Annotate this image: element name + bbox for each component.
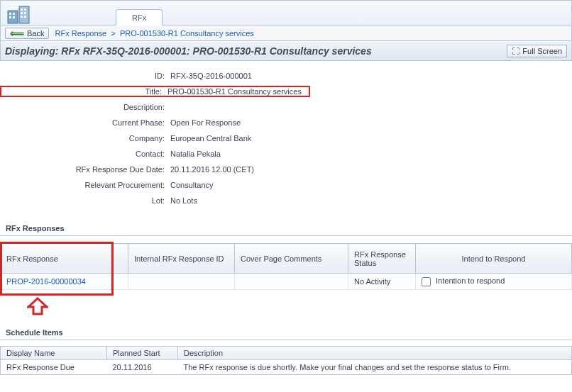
label-proc: Relevant Procurement:	[0, 181, 170, 189]
th-planned-start: Planned Start	[107, 346, 178, 359]
table-row[interactable]: PROP-2016-00000034 No Activity Intention…	[1, 274, 572, 290]
breadcrumb: RFx Response > PRO-001530-R1 Consultancy…	[55, 29, 253, 38]
back-label: Back	[27, 29, 44, 38]
response-id-link[interactable]: PROP-2016-00000034	[6, 277, 86, 286]
value-contact: Natalia Pekala	[170, 150, 221, 158]
svg-rect-4	[9, 16, 11, 18]
breadcrumb-item-response[interactable]: RFx Response	[55, 29, 106, 38]
svg-rect-7	[24, 9, 26, 11]
app-logo-icon	[6, 4, 40, 25]
table-header-row: Display Name Planned Start Description	[1, 346, 572, 359]
svg-rect-2	[9, 13, 11, 15]
cell-date: 20.11.2016	[107, 359, 178, 374]
th-display-name: Display Name	[1, 346, 107, 359]
cell-status: No Activity	[348, 274, 416, 290]
svg-rect-8	[21, 12, 23, 14]
details-panel: ID:RFX-35Q-2016-000001 Title: PRO-001530…	[0, 61, 572, 215]
svg-rect-10	[21, 16, 23, 18]
th-rfx-response: RFx Response	[1, 244, 128, 274]
svg-rect-6	[21, 9, 23, 11]
breadcrumb-item-doc[interactable]: PRO-001530-R1 Consultancy services	[120, 29, 254, 38]
value-phase: Open For Response	[170, 118, 241, 127]
cell-name: RFx Response Due	[1, 359, 107, 374]
table-row[interactable]: RFx Response Due 20.11.2016 The RFx resp…	[1, 359, 572, 374]
label-company: Company:	[0, 134, 170, 142]
cell-intend: Intention to respond	[416, 274, 572, 290]
intend-label: Intention to respond	[436, 276, 505, 285]
section-schedule-items: Schedule Items	[0, 325, 572, 340]
cell-desc: The RFx response is due shortly. Make yo…	[178, 359, 572, 374]
label-id: ID:	[0, 72, 170, 80]
label-due: RFx Response Due Date:	[0, 165, 170, 174]
label-contact: Contact:	[0, 150, 170, 158]
cell-internal-id	[128, 274, 235, 290]
label-lot: Lot:	[0, 196, 170, 205]
fullscreen-label: Full Screen	[522, 47, 562, 55]
th-cover-comments: Cover Page Comments	[235, 244, 348, 274]
svg-rect-11	[24, 16, 26, 18]
fullscreen-button[interactable]: ⛶ Full Screen	[507, 45, 567, 57]
label-description: Description:	[0, 103, 170, 111]
heading-bar: Displaying: RFx RFX-35Q-2016-000001: PRO…	[0, 41, 572, 61]
svg-rect-9	[24, 12, 26, 14]
responses-table: RFx Response Internal RFx Response ID Co…	[0, 243, 572, 290]
fullscreen-icon: ⛶	[512, 47, 519, 55]
cell-cover	[235, 274, 348, 290]
tab-rfx[interactable]: RFx	[116, 9, 163, 26]
label-title: Title:	[3, 87, 167, 96]
label-phase: Current Phase:	[0, 118, 170, 127]
value-company: European Central Bank	[170, 134, 251, 142]
value-id: RFX-35Q-2016-000001	[170, 72, 252, 80]
th-intend: Intend to Respond	[416, 244, 572, 274]
table-header-row: RFx Response Internal RFx Response ID Co…	[1, 244, 572, 274]
highlight-arrow-icon	[27, 297, 48, 318]
svg-rect-3	[13, 13, 15, 15]
value-title: PRO-001530-R1 Consultancy services	[167, 87, 306, 96]
back-button[interactable]: ⟸ Back	[5, 28, 49, 39]
value-due: 20.11.2016 12.00 (CET)	[170, 165, 254, 174]
intend-checkbox[interactable]	[422, 277, 431, 286]
th-status: RFx Response Status	[348, 244, 416, 274]
svg-rect-5	[13, 16, 15, 18]
th-description: Description	[178, 346, 572, 359]
schedule-table: Display Name Planned Start Description R…	[0, 346, 572, 375]
value-lot: No Lots	[170, 196, 197, 205]
page-title: Displaying: RFx RFX-35Q-2016-000001: PRO…	[5, 45, 372, 57]
breadcrumb-bar: ⟸ Back RFx Response > PRO-001530-R1 Cons…	[0, 26, 572, 41]
value-proc: Consultancy	[170, 181, 214, 189]
section-rfx-responses: RFx Responses	[0, 221, 572, 236]
back-arrow-icon: ⟸	[10, 30, 24, 37]
th-internal-id: Internal RFx Response ID	[128, 244, 235, 274]
top-toolbar: RFx	[0, 0, 572, 26]
